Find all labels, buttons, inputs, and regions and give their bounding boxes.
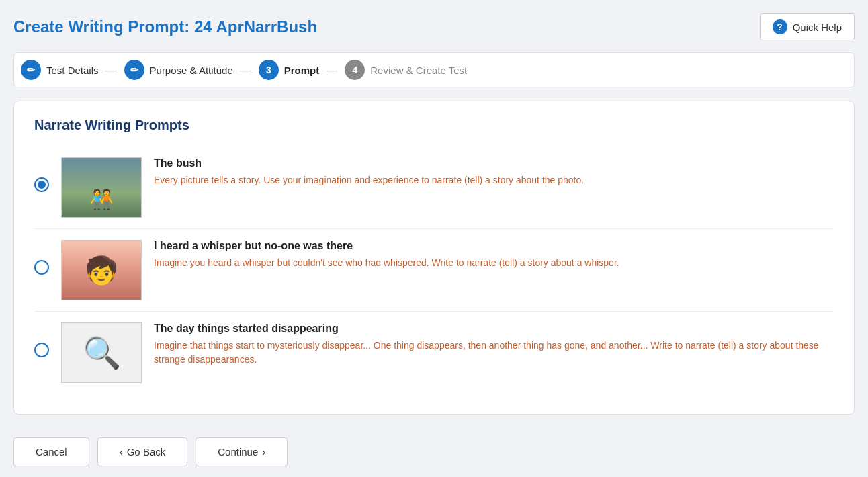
step-test-details[interactable]: ✏ Test Details <box>21 60 99 80</box>
go-back-button[interactable]: ‹ Go Back <box>97 437 188 466</box>
header-row: Create Writing Prompt: 24 AprNarrBush ? … <box>13 13 855 40</box>
quick-help-icon: ? <box>773 19 787 34</box>
step-sep-3: — <box>326 63 338 77</box>
cancel-button[interactable]: Cancel <box>13 437 89 466</box>
prompt-desc-whisper: Imagine you heard a whisper but couldn't… <box>154 256 834 270</box>
prompt-item-whisper: 🧒 I heard a whisper but no-one was there… <box>34 229 834 312</box>
continue-button[interactable]: Continue › <box>196 437 288 466</box>
step-circle-purpose: ✏ <box>124 60 144 80</box>
prompt-title-bush: The bush <box>154 157 834 169</box>
disappear-scene-image: 🔍 <box>62 323 141 382</box>
chevron-left-icon: ‹ <box>120 446 123 458</box>
step-review-create[interactable]: 4 Review & Create Test <box>345 60 467 80</box>
prompt-content-bush: The bush Every picture tells a story. Us… <box>154 157 834 187</box>
step-label-purpose: Purpose & Attitude <box>150 64 233 76</box>
radio-whisper[interactable] <box>34 260 49 275</box>
step-circle-prompt: 3 <box>259 60 279 80</box>
card-title: Narrate Writing Prompts <box>34 118 834 133</box>
prompt-image-bush <box>61 157 142 218</box>
pencil-icon-1: ✏ <box>27 64 35 75</box>
whisper-scene-image: 🧒 <box>62 241 141 300</box>
prompt-desc-bush: Every picture tells a story. Use your im… <box>154 173 834 187</box>
step-purpose-attitude[interactable]: ✏ Purpose & Attitude <box>124 60 233 80</box>
bush-scene-image <box>62 158 141 217</box>
radio-col-2 <box>34 240 49 275</box>
radio-col-1 <box>34 157 49 192</box>
prompt-content-whisper: I heard a whisper but no-one was there I… <box>154 240 834 270</box>
prompt-desc-disappear: Imagine that things start to mysteriousl… <box>154 339 834 367</box>
prompt-image-disappear: 🔍 <box>61 322 142 383</box>
step-label-review: Review & Create Test <box>370 64 467 76</box>
page-wrapper: Create Writing Prompt: 24 AprNarrBush ? … <box>0 0 868 477</box>
page-title: Create Writing Prompt: 24 AprNarrBush <box>13 17 317 36</box>
radio-col-3 <box>34 322 49 357</box>
step-prompt[interactable]: 3 Prompt <box>259 60 320 80</box>
footer-row: Cancel ‹ Go Back Continue › <box>13 428 855 466</box>
prompt-title-disappear: The day things started disappearing <box>154 322 834 335</box>
prompt-title-whisper: I heard a whisper but no-one was there <box>154 240 834 252</box>
radio-disappear[interactable] <box>34 343 49 357</box>
step-sep-1: — <box>105 63 118 77</box>
prompt-image-whisper: 🧒 <box>61 240 142 300</box>
stepper: ✏ Test Details — ✏ Purpose & Attitude — … <box>13 52 855 87</box>
chevron-right-icon: › <box>262 446 265 458</box>
step-circle-review: 4 <box>345 60 365 80</box>
step-circle-test-details: ✏ <box>21 60 41 80</box>
prompt-item-disappear: 🔍 The day things started disappearing Im… <box>34 312 834 394</box>
prompt-content-disappear: The day things started disappearing Imag… <box>154 322 834 367</box>
step-sep-2: — <box>240 63 252 77</box>
pencil-icon-2: ✏ <box>130 64 138 75</box>
step-label-test-details: Test Details <box>46 64 99 76</box>
radio-bush[interactable] <box>34 177 49 192</box>
prompt-item-bush: The bush Every picture tells a story. Us… <box>34 146 834 229</box>
step-label-prompt: Prompt <box>284 64 320 76</box>
main-card: Narrate Writing Prompts The bush Every p… <box>13 101 855 415</box>
prompt-list: The bush Every picture tells a story. Us… <box>34 146 834 394</box>
quick-help-button[interactable]: ? Quick Help <box>760 13 855 40</box>
